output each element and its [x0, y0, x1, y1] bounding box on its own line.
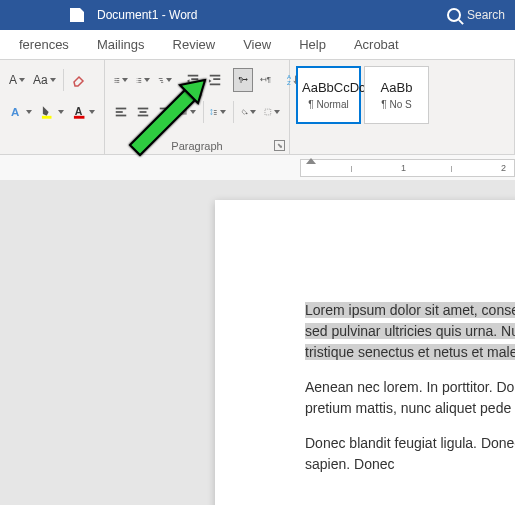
font-size-increase-button[interactable]: A: [6, 68, 28, 92]
eraser-icon: [71, 72, 87, 88]
numbering-button[interactable]: 123: [133, 68, 153, 92]
tab-help[interactable]: Help: [285, 30, 340, 59]
clear-formatting-button[interactable]: [68, 68, 90, 92]
tab-acrobat[interactable]: Acrobat: [340, 30, 413, 59]
svg-rect-3: [74, 116, 85, 119]
svg-rect-37: [163, 111, 170, 113]
highlight-icon: [40, 104, 55, 120]
svg-text:↤¶: ↤¶: [260, 75, 271, 84]
svg-rect-43: [214, 112, 217, 113]
style-preview: AaBbCcDc: [302, 80, 355, 95]
svg-rect-36: [160, 108, 171, 110]
svg-text:A: A: [11, 106, 19, 118]
rtl-icon: ↤¶: [258, 72, 272, 88]
svg-rect-9: [116, 82, 119, 83]
svg-rect-32: [116, 115, 127, 117]
svg-rect-5: [116, 78, 119, 79]
svg-rect-17: [160, 80, 163, 81]
word-doc-icon: [70, 8, 84, 22]
svg-rect-22: [210, 75, 221, 77]
borders-button[interactable]: [261, 100, 283, 124]
ribbon: A Aa A A 123: [0, 60, 515, 155]
line-spacing-button[interactable]: [207, 100, 229, 124]
ltr-icon: ¶↦: [237, 72, 249, 88]
indent-marker[interactable]: [306, 158, 316, 164]
font-color-icon: A: [72, 104, 87, 120]
styles-group: AaBbCcDc ¶ Normal AaBb ¶ No S: [290, 60, 515, 154]
right-to-left-button[interactable]: ↤¶: [255, 68, 275, 92]
document-body[interactable]: Lorem ipsum dolor sit amet, consectetur …: [305, 300, 515, 475]
change-case-button[interactable]: Aa: [30, 68, 59, 92]
svg-rect-33: [138, 108, 149, 110]
separator: [233, 101, 234, 123]
svg-rect-31: [116, 111, 123, 113]
style-no-spacing[interactable]: AaBb ¶ No S: [364, 66, 429, 124]
left-to-right-button[interactable]: ¶↦: [233, 68, 253, 92]
svg-point-45: [246, 113, 247, 114]
text-effects-icon: A: [9, 104, 24, 120]
shading-button[interactable]: [238, 100, 260, 124]
align-center-button[interactable]: [133, 100, 153, 124]
svg-point-6: [115, 80, 116, 81]
multilevel-icon: [158, 72, 164, 88]
ruler-area: 1 2: [0, 155, 515, 180]
ruler-gutter: [0, 155, 300, 180]
paragraph[interactable]: Donec blandit feugiat ligula. Donec laci…: [305, 433, 515, 475]
tab-references[interactable]: ferences: [5, 30, 83, 59]
justify-button[interactable]: [177, 100, 199, 124]
svg-point-4: [115, 78, 116, 79]
search-icon: [447, 8, 461, 22]
line-spacing-icon: [210, 104, 218, 120]
tab-mailings[interactable]: Mailings: [83, 30, 159, 59]
search-box[interactable]: Search: [447, 8, 505, 22]
multilevel-list-button[interactable]: [155, 68, 175, 92]
document-title: Document1 - Word: [97, 8, 197, 22]
font-group: A Aa A A: [0, 60, 105, 154]
style-normal[interactable]: AaBbCcDc ¶ Normal: [296, 66, 361, 124]
selected-text[interactable]: Lorem ipsum dolor sit amet, consectetur …: [305, 302, 515, 360]
justify-icon: [180, 104, 188, 120]
style-name: ¶ Normal: [302, 99, 355, 110]
svg-text:A: A: [75, 105, 83, 117]
numbering-icon: 123: [136, 72, 142, 88]
borders-icon: [264, 104, 272, 120]
paragraph[interactable]: Aenean nec lorem. In porttitor. Donec vu…: [305, 377, 515, 419]
svg-rect-30: [116, 108, 127, 110]
svg-rect-23: [213, 78, 220, 80]
svg-rect-16: [159, 78, 163, 79]
indent-icon: [208, 72, 222, 88]
svg-rect-15: [138, 82, 141, 83]
titlebar: Document1 - Word Search: [0, 0, 515, 30]
svg-rect-7: [116, 80, 119, 81]
bullets-button[interactable]: [111, 68, 131, 92]
svg-rect-13: [138, 80, 141, 81]
tab-view[interactable]: View: [229, 30, 285, 59]
svg-rect-46: [265, 109, 271, 115]
align-center-icon: [136, 104, 150, 120]
svg-text:3: 3: [136, 81, 137, 83]
paragraph-group: 123 ¶↦ ↤¶ AZ ¶: [105, 60, 290, 154]
align-left-icon: [114, 104, 128, 120]
ruler-mark: 2: [501, 163, 506, 173]
font-color-button[interactable]: A: [69, 100, 98, 124]
align-right-icon: [158, 104, 172, 120]
search-label: Search: [467, 8, 505, 22]
svg-rect-21: [188, 84, 199, 86]
tab-review[interactable]: Review: [159, 30, 230, 59]
align-right-button[interactable]: [155, 100, 175, 124]
increase-indent-button[interactable]: [205, 68, 225, 92]
decrease-indent-button[interactable]: [183, 68, 203, 92]
svg-rect-39: [181, 110, 187, 111]
highlight-button[interactable]: [37, 100, 66, 124]
horizontal-ruler[interactable]: 1 2: [300, 159, 515, 177]
svg-rect-1: [42, 116, 52, 119]
paragraph-dialog-launcher[interactable]: ⬊: [274, 140, 285, 151]
separator: [63, 69, 64, 91]
document-page[interactable]: Lorem ipsum dolor sit amet, consectetur …: [215, 200, 515, 505]
text-effects-button[interactable]: A: [6, 100, 35, 124]
bucket-icon: [241, 104, 249, 120]
paragraph: Lorem ipsum dolor sit amet, consectetur …: [305, 300, 515, 363]
ribbon-tabs: ferences Mailings Review View Help Acrob…: [0, 30, 515, 60]
align-left-button[interactable]: [111, 100, 131, 124]
svg-rect-18: [161, 82, 163, 83]
